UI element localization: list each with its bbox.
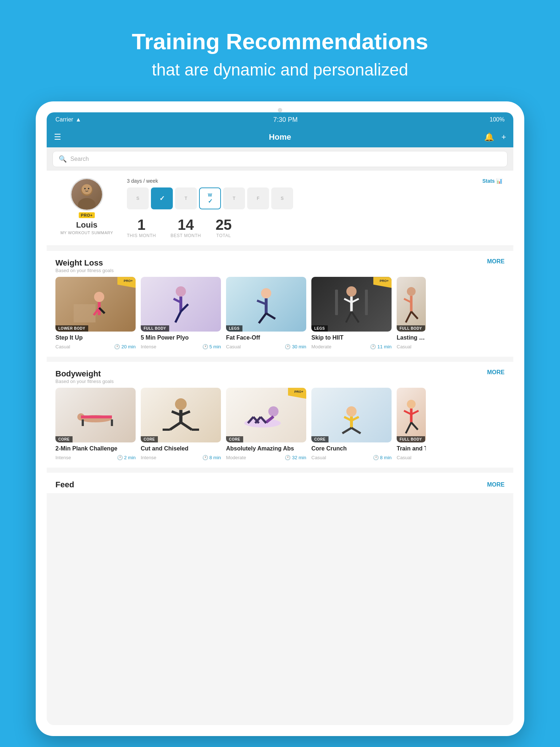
search-icon: 🔍 [59, 155, 67, 163]
bodyweight-more[interactable]: MORE [487, 369, 505, 376]
card-step-it-up[interactable]: PRO+ LOWER BODY Step It Up Casual 🕐 20 m… [55, 277, 136, 349]
svg-line-31 [406, 311, 411, 322]
svg-line-42 [170, 422, 181, 430]
day-monday: ✓ [151, 187, 173, 209]
day-m-check: ✓ [159, 194, 165, 202]
card-plank-meta: Intense 🕐 2 min [55, 455, 136, 460]
stats-row: 1 THIS MONTH 14 BEST MONTH 25 TOTAL [127, 217, 502, 238]
profile-right: 3 days / week Stats 📊 S ✓ [127, 178, 502, 238]
card-plyo-image: FULL BODY [141, 277, 221, 332]
add-icon[interactable]: + [501, 132, 506, 142]
card-fat-illustration [226, 277, 306, 332]
bodyweight-title-group: Bodyweight Based on your fitness goals [55, 369, 114, 384]
main-content: PRO+ Louis MY WORKOUT SUMMARY 3 days / w… [47, 171, 513, 725]
bell-icon[interactable]: 🔔 [484, 132, 494, 142]
card-chiseled-image: CORE [141, 388, 221, 442]
search-input[interactable]: 🔍 Search [52, 151, 508, 167]
card-fat-image: LEGS [226, 277, 306, 332]
pro-badge: PRO+ [79, 212, 95, 218]
card-lasting-meta: Casual [397, 344, 426, 349]
card-step-meta: Casual 🕐 20 min [55, 344, 136, 349]
card-fat-intensity: Casual [226, 344, 241, 349]
weight-loss-header: Weight Loss Based on your fitness goals … [47, 251, 513, 277]
card-crunch-title: Core Crunch [311, 445, 392, 452]
weight-loss-subtitle: Based on your fitness goals [55, 268, 114, 273]
card-skip-hiit[interactable]: PRO+ LEGS Skip to HIIT Moderate 🕐 11 min [311, 277, 392, 349]
card-crunch-time: 🕐 8 min [373, 455, 392, 460]
card-plyo-title: 5 Min Power Plyo [141, 334, 221, 341]
card-crunch-intensity: Casual [311, 455, 326, 460]
bodyweight-subtitle: Based on your fitness goals [55, 379, 114, 384]
card-chiseled-meta: Intense 🕐 8 min [141, 455, 221, 460]
card-plank-illustration [55, 388, 136, 442]
card-abs-category: CORE [226, 436, 243, 442]
card-crunch-illustration [311, 388, 392, 442]
card-lasting-category: FULL BODY [397, 325, 425, 332]
feed-title: Feed [55, 480, 74, 489]
svg-line-26 [346, 311, 351, 322]
card-crunch-meta: Casual 🕐 8 min [311, 455, 392, 460]
header-title: Training Recommendations [15, 29, 545, 54]
weight-loss-more[interactable]: MORE [487, 258, 505, 265]
svg-point-15 [261, 288, 271, 298]
stat-this-month-number: 1 [127, 217, 156, 233]
card-fat-face-off[interactable]: LEGS Fat Face-Off Casual 🕐 30 min [226, 277, 306, 349]
svg-line-43 [181, 422, 192, 430]
card-plank[interactable]: CORE 2-Min Plank Challenge Intense 🕐 2 m… [55, 388, 136, 460]
svg-line-18 [259, 313, 266, 323]
day-tuesday: T [175, 187, 197, 209]
app-header: Training Recommendations that are dynami… [0, 0, 560, 94]
card-core-crunch[interactable]: CORE Core Crunch Casual 🕐 8 min [311, 388, 392, 460]
card-fat-meta: Casual 🕐 30 min [226, 344, 306, 349]
svg-point-3 [84, 188, 86, 189]
card-chiseled[interactable]: CORE Cut and Chiseled Intense 🕐 8 min [141, 388, 221, 460]
card-chiseled-illustration [141, 388, 221, 442]
search-placeholder: Search [70, 156, 89, 162]
profile-left: PRO+ Louis MY WORKOUT SUMMARY [58, 178, 116, 235]
nav-right-actions: 🔔 + [484, 132, 506, 142]
card-fat-category: LEGS [226, 325, 242, 332]
bodyweight-header: Bodyweight Based on your fitness goals M… [47, 362, 513, 388]
stat-total: 25 TOTAL [215, 217, 232, 238]
wifi-icon: ▲ [75, 116, 81, 123]
svg-rect-5 [74, 304, 96, 322]
card-abs-title: Absolutely Amazing Abs [226, 445, 306, 452]
day-w-check: ✓ [208, 198, 213, 205]
week-days: S ✓ T W [127, 187, 502, 209]
hamburger-icon[interactable]: ☰ [54, 132, 61, 142]
device-screen: Carrier ▲ 7:30 PM 100% ☰ Home 🔔 + 🔍 [47, 112, 513, 725]
day-s-label: S [136, 196, 139, 201]
card-lasting-intensity: Casual [397, 344, 411, 349]
card-abs-intensity: Moderate [226, 455, 246, 460]
card-chiseled-title: Cut and Chiseled [141, 445, 221, 452]
weight-loss-title-group: Weight Loss Based on your fitness goals [55, 258, 114, 273]
stats-label[interactable]: Stats 📊 [482, 178, 502, 184]
card-abs-meta: Moderate 🕐 32 min [226, 455, 306, 460]
svg-point-10 [176, 286, 186, 297]
card-skip-image: PRO+ LEGS [311, 277, 392, 332]
svg-point-53 [346, 406, 357, 417]
header-subtitle: that are dynamic and personalized [15, 60, 545, 80]
card-crunch-image: CORE [311, 388, 392, 442]
stat-total-label: TOTAL [215, 233, 232, 238]
stat-best-month-label: BEST MONTH [171, 233, 201, 238]
day-t1-label: T [184, 196, 187, 201]
svg-line-32 [411, 311, 418, 319]
card-plank-title: 2-Min Plank Challenge [55, 445, 136, 452]
card-train-title: Train and To [397, 445, 426, 452]
card-lasting[interactable]: FULL BODY Lasting Effe Casual [397, 277, 426, 349]
svg-line-13 [175, 311, 181, 322]
stat-total-number: 25 [215, 217, 232, 233]
card-train[interactable]: FULL BODY Train and To Casual [397, 388, 426, 460]
card-power-plyo[interactable]: FULL BODY 5 Min Power Plyo Intense 🕐 5 m… [141, 277, 221, 349]
card-abs[interactable]: PRO+ CORE Absolutely Amazing Abs Moderat… [226, 388, 306, 460]
svg-point-38 [175, 398, 187, 410]
bodyweight-section: Bodyweight Based on your fitness goals M… [47, 362, 513, 468]
card-train-intensity: Casual [397, 455, 411, 460]
card-fat-title: Fat Face-Off [226, 334, 306, 341]
day-saturday: S [271, 187, 293, 209]
feed-more[interactable]: MORE [487, 481, 505, 488]
card-plyo-meta: Intense 🕐 5 min [141, 344, 221, 349]
stat-this-month: 1 THIS MONTH [127, 217, 156, 238]
search-bar-container: 🔍 Search [47, 147, 513, 171]
